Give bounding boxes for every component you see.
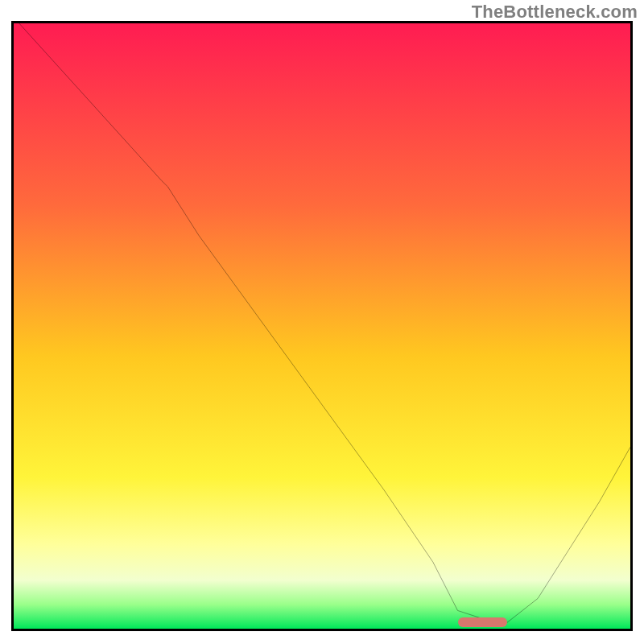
plot-area (11, 21, 633, 631)
bottleneck-curve (14, 23, 630, 629)
attribution-label: TheBottleneck.com (472, 2, 638, 23)
bottleneck-optimum-bar (458, 617, 507, 627)
chart-root: TheBottleneck.com (0, 0, 644, 644)
